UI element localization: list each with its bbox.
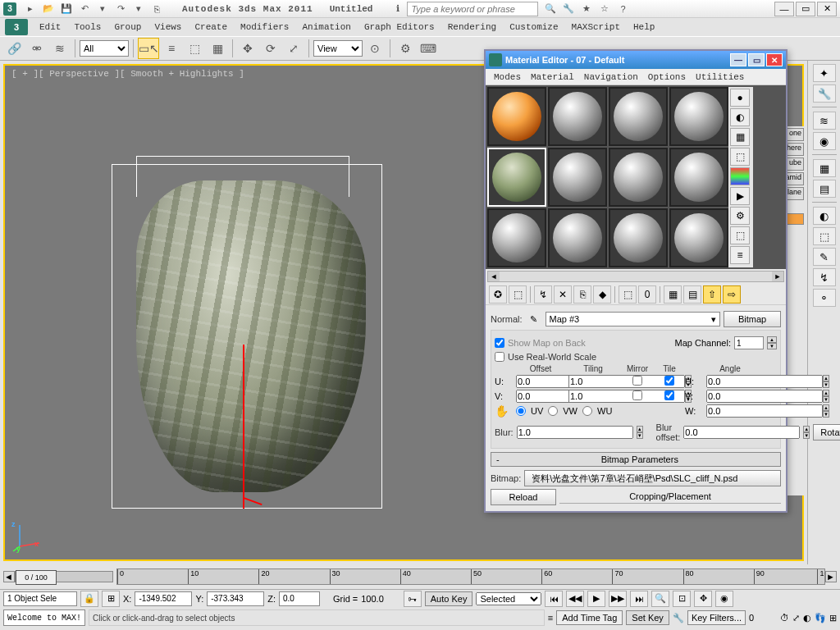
window-crossing-button[interactable]: ▦ [207, 38, 228, 59]
material-editor-titlebar[interactable]: Material Editor - 07 - Default — ▭ ✕ [486, 51, 786, 69]
go-forward-icon[interactable]: ⇨ [723, 285, 741, 304]
vw-radio[interactable] [548, 406, 558, 416]
redo-menu-icon[interactable]: ▾ [130, 2, 147, 16]
select-by-name-button[interactable]: ≡ [161, 38, 182, 59]
reset-map-icon[interactable]: ✕ [554, 285, 572, 304]
timeline-right-arrow[interactable]: ► [825, 571, 837, 582]
window-maximize-button[interactable]: ▭ [796, 2, 815, 16]
scale-button[interactable]: ⤢ [283, 38, 304, 59]
uv-radio[interactable] [516, 406, 526, 416]
infocenter-icon[interactable]: ℹ [390, 2, 406, 16]
make-copy-icon[interactable]: ⎘ [573, 285, 591, 304]
timeline-left-arrow[interactable]: ◄ [3, 571, 15, 582]
select-by-material-icon[interactable]: ⬚ [730, 226, 750, 244]
play-icon[interactable]: ▶ [587, 591, 605, 607]
scroll-right-icon[interactable]: ► [772, 272, 783, 281]
menu-animation[interactable]: Animation [295, 20, 357, 34]
motion-panel-icon[interactable]: ◉ [813, 132, 836, 150]
material-slot-5[interactable] [487, 148, 546, 207]
selection-filter-dropdown[interactable]: All [80, 40, 129, 57]
menu-customize[interactable]: Customize [503, 20, 564, 34]
make-unique-icon[interactable]: ◆ [593, 285, 611, 304]
material-slot-1[interactable] [487, 87, 546, 146]
use-rw-scale-checkbox[interactable] [495, 352, 504, 362]
time-slider-thumb[interactable]: 0 / 100 [16, 570, 57, 585]
tool-icon-4[interactable]: ↯ [813, 268, 836, 286]
nav-zoom-all-icon[interactable]: ⊡ [673, 591, 691, 607]
nav-arc-icon[interactable]: ◉ [715, 591, 733, 607]
modify-panel-icon[interactable]: 🔧 [813, 84, 836, 103]
auto-key-button[interactable]: Auto Key [425, 591, 473, 606]
nav-pan-icon[interactable]: ✥ [694, 591, 712, 607]
v-mirror-checkbox[interactable] [632, 390, 642, 400]
material-slot-8[interactable] [669, 148, 728, 207]
menu-rendering[interactable]: Rendering [441, 20, 503, 34]
unlink-button[interactable]: ⚮ [26, 38, 48, 59]
background-icon[interactable]: ▦ [730, 128, 750, 146]
selection-lock-icon[interactable]: 🔒 [80, 591, 98, 607]
show-map-on-back-checkbox[interactable] [495, 338, 504, 348]
video-color-icon[interactable] [730, 167, 750, 185]
hand-icon[interactable]: ✋ [495, 404, 513, 418]
material-slot-2[interactable] [548, 87, 607, 146]
window-minimize-button[interactable]: — [774, 2, 794, 16]
undo-icon[interactable]: ↶ [76, 2, 93, 16]
keyboard-shortcut-button[interactable]: ⌨ [418, 38, 439, 59]
pivot-center-button[interactable]: ⊙ [364, 38, 386, 59]
help-search-input[interactable] [407, 2, 538, 16]
nav-walk-icon[interactable]: 👣 [815, 613, 826, 623]
assign-material-icon[interactable]: ↯ [534, 285, 552, 304]
nav-max-toggle-icon[interactable]: ⊞ [829, 613, 837, 623]
open-icon[interactable]: 📂 [40, 2, 57, 16]
key-filters-tool-icon[interactable]: 🔧 [673, 613, 684, 623]
next-frame-icon[interactable]: ▶▶ [609, 591, 627, 607]
wu-radio[interactable] [582, 406, 592, 416]
window-close-button[interactable]: ✕ [817, 2, 837, 16]
help-icon[interactable]: ? [614, 2, 631, 16]
display-panel-icon[interactable]: ▦ [813, 159, 836, 177]
key-icon[interactable]: 🗝 [404, 591, 422, 607]
material-slots-hscroll[interactable]: ◄ ► [487, 271, 784, 282]
menu-edit[interactable]: Edit [33, 20, 67, 34]
me-maximize-button[interactable]: ▭ [748, 53, 765, 66]
backlight-icon[interactable]: ◐ [730, 108, 750, 126]
material-id-icon[interactable]: 0 [638, 285, 656, 304]
material-slot-10[interactable] [548, 208, 607, 267]
y-coord-input[interactable]: -373.343 [207, 591, 264, 606]
put-to-scene-icon[interactable]: ⬚ [509, 285, 527, 304]
bitmap-path-button[interactable]: 资料\光盘文件\第7章\岩石峭壁\Psd\SLC_cliff_N.psd [524, 470, 781, 486]
move-button[interactable]: ✥ [237, 38, 258, 59]
nav-zoom-icon[interactable]: 🔍 [651, 591, 669, 607]
link-button[interactable]: 🔗 [3, 38, 25, 59]
me-menu-utilities[interactable]: Utilities [691, 71, 749, 84]
time-config-icon[interactable]: ⏱ [780, 613, 789, 623]
utilities-panel-icon[interactable]: ▤ [813, 180, 836, 198]
app-menu-icon[interactable]: 3 [5, 19, 28, 35]
blur-input[interactable] [517, 426, 633, 439]
me-menu-options[interactable]: Options [643, 71, 691, 84]
w-angle-input[interactable] [706, 404, 823, 418]
material-slot-11[interactable] [609, 208, 668, 267]
time-slider-track[interactable]: 0 / 100 [15, 571, 113, 582]
select-region-button[interactable]: ⬚ [184, 38, 205, 59]
me-minimize-button[interactable]: — [730, 53, 746, 66]
undo-menu-icon[interactable]: ▾ [94, 2, 111, 16]
refcoord-dropdown[interactable]: View [313, 40, 363, 57]
subscription-icon[interactable]: 🔧 [560, 2, 577, 16]
make-preview-icon[interactable]: ▶ [730, 187, 750, 205]
rock-mesh[interactable] [136, 180, 366, 492]
nav-zoom-extents-icon[interactable]: ⤢ [792, 613, 800, 623]
material-editor-window[interactable]: Material Editor - 07 - Default — ▭ ✕ Mod… [484, 49, 788, 513]
tool-icon-5[interactable]: ⚬ [813, 289, 836, 307]
x-coord-input[interactable]: -1349.502 [135, 591, 192, 606]
goto-start-icon[interactable]: ⏮ [545, 591, 563, 607]
sample-type-icon[interactable]: ● [730, 89, 750, 107]
rotate-button[interactable]: ⟳ [260, 38, 281, 59]
menu-create[interactable]: Create [188, 20, 234, 34]
new-icon[interactable]: ▸ [22, 2, 39, 16]
nav-fov-icon[interactable]: ◐ [803, 613, 811, 623]
rotate-button[interactable]: Rotate [813, 424, 840, 441]
material-slot-9[interactable] [487, 208, 546, 267]
u-tile-checkbox[interactable] [664, 376, 674, 386]
me-close-button[interactable]: ✕ [766, 53, 783, 66]
